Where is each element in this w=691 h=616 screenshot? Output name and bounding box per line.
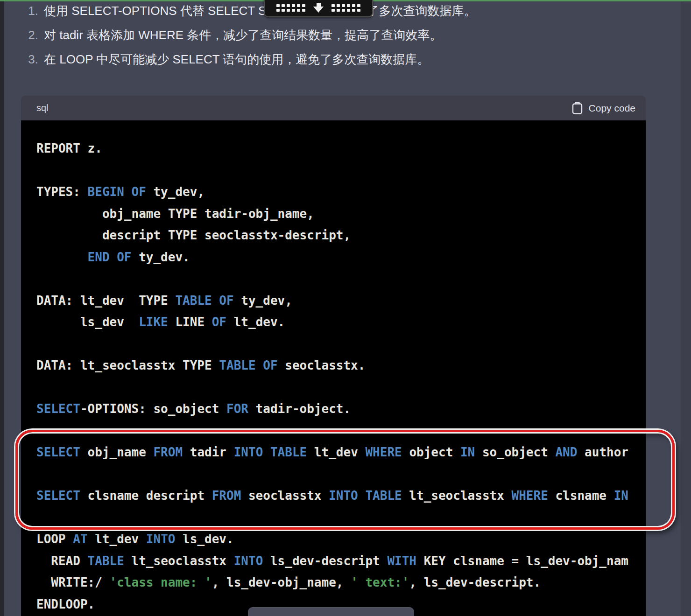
code-token: WITH <box>387 554 416 568</box>
code-token: AT <box>73 532 87 546</box>
code-token <box>36 250 88 264</box>
code-line: LOOP AT lt_dev INTO ls_dev. <box>36 528 646 550</box>
code-token: obj_name TYPE tadir-obj_name, <box>36 207 314 221</box>
code-token: , ls_dev-obj_name, <box>212 575 351 589</box>
code-token: INTO <box>234 554 263 568</box>
code-line: SELECT clsname descript FROM seoclasstx … <box>36 485 646 507</box>
code-token: READ <box>36 554 88 568</box>
code-line: WRITE:/ 'class name: ', ls_dev-obj_name,… <box>36 572 646 594</box>
code-token: WHERE <box>512 489 548 503</box>
copy-code-button[interactable]: Copy code <box>572 102 635 114</box>
code-line: obj_name TYPE tadir-obj_name, <box>36 203 646 225</box>
code-scroll-area[interactable]: REPORT z.TYPES: BEGIN OF ty_dev, obj_nam… <box>21 120 646 616</box>
list-item-text: 对 tadir 表格添加 WHERE 条件，减少了查询结果数量，提高了查询效率。 <box>44 27 442 43</box>
code-token: lt_seoclasstx <box>124 554 234 568</box>
code-token: lt_dev <box>88 532 146 546</box>
code-token: ls_dev-descript <box>263 554 387 568</box>
code-token: seoclasstx <box>241 489 329 503</box>
code-token: FOR <box>226 402 248 416</box>
code-token: so_object <box>475 445 555 459</box>
clipboard-icon <box>572 102 583 114</box>
code-token: 'class name: ' <box>110 575 212 589</box>
code-line <box>36 507 646 529</box>
code-token: lt_dev. <box>226 315 285 329</box>
code-token: tadir-object. <box>248 402 351 416</box>
code-token: seoclasstx. <box>278 358 366 372</box>
code-token: ty_dev, <box>234 294 292 308</box>
code-token: FROM <box>153 445 183 459</box>
code-token: object <box>402 445 460 459</box>
code-token: SELECT <box>36 445 80 459</box>
list-item-text: 在 LOOP 中尽可能减少 SELECT 语句的使用，避免了多次查询数据库。 <box>44 51 429 68</box>
code-token: WRITE:/ <box>36 575 110 589</box>
code-block: sql Copy code REPORT z.TYPES: BEGIN OF t… <box>21 96 646 616</box>
code-token: TYPES: <box>36 185 88 199</box>
code-token: AND <box>555 445 577 459</box>
left-edge-strip <box>0 0 4 616</box>
code-line: descript TYPE seoclasstx-descript, <box>36 224 646 246</box>
list-item: 3. 在 LOOP 中尽可能减少 SELECT 语句的使用，避免了多次查询数据库… <box>21 51 476 76</box>
code-token: -OPTIONS: so_object <box>80 402 226 416</box>
code-token: ls_dev. <box>175 532 233 546</box>
autoscroll-indicator-badge <box>264 0 373 17</box>
code-line: READ TABLE lt_seoclasstx INTO ls_dev-des… <box>36 550 646 572</box>
list-item-number: 3. <box>21 52 38 67</box>
code-token: clsname <box>548 489 614 503</box>
code-token: DATA: lt_dev TYPE <box>36 294 175 308</box>
code-token: obj_name <box>80 445 154 459</box>
code-line: REPORT z. <box>36 138 646 160</box>
code-line <box>36 333 646 355</box>
list-item: 2. 对 tadir 表格添加 WHERE 条件，减少了查询结果数量，提高了查询… <box>21 27 476 51</box>
list-item-text: 使用 SELECT-OPTIONS 代替 SELECT SINGLE 语句，避免… <box>44 3 476 19</box>
code-token: lt_dev <box>307 445 365 459</box>
code-token: END OF <box>88 250 132 264</box>
code-token: TABLE OF <box>219 358 277 372</box>
dot-grid-icon <box>276 4 305 12</box>
code-token: WHERE <box>365 445 402 459</box>
list-item: 1. 使用 SELECT-OPTIONS 代替 SELECT SINGLE 语句… <box>21 3 476 27</box>
code-token: INTO TABLE <box>329 489 402 503</box>
code-token: LIKE <box>139 315 168 329</box>
partial-bottom-button[interactable] <box>248 607 414 616</box>
numbered-list: 1. 使用 SELECT-OPTIONS 代替 SELECT SINGLE 语句… <box>21 3 476 76</box>
code-language-label: sql <box>36 103 49 113</box>
code-token: SELECT <box>36 489 80 503</box>
scroll-down-arrow-icon <box>313 3 324 13</box>
code-token: , ls_dev-descript. <box>409 575 541 589</box>
code-line: SELECT obj_name FROM tadir INTO TABLE lt… <box>36 441 646 463</box>
code-token: ty_dev. <box>132 250 190 264</box>
code-token: KEY clsname = ls_dev-obj_nam <box>416 554 628 568</box>
code-token: ' text:' <box>351 575 409 589</box>
code-token: descript TYPE seoclasstx-descript, <box>36 228 351 242</box>
code-token: TABLE <box>88 554 124 568</box>
code-token: LINE <box>168 315 212 329</box>
code-line: DATA: lt_seoclasstx TYPE TABLE OF seocla… <box>36 355 646 377</box>
code-token: DATA: lt_seoclasstx TYPE <box>36 358 219 372</box>
code-line: SELECT-OPTIONS: so_object FOR tadir-obje… <box>36 398 646 420</box>
code-token: INTO TABLE <box>234 445 307 459</box>
code-token: FROM <box>212 489 241 503</box>
code-line <box>36 463 646 485</box>
code-token: INTO <box>146 532 176 546</box>
list-item-number: 1. <box>21 4 38 18</box>
code-token: TABLE OF <box>175 294 233 308</box>
code-token: ENDLOOP. <box>36 597 95 611</box>
code-token: OF <box>212 315 226 329</box>
code-token: author <box>577 445 628 459</box>
code-token: REPORT z. <box>36 141 102 155</box>
code-line: ls_dev LIKE LINE OF lt_dev. <box>36 311 646 333</box>
code-line: TYPES: BEGIN OF ty_dev, <box>36 181 646 203</box>
list-item-number: 2. <box>21 28 38 42</box>
code-token: lt_seoclasstx <box>402 489 512 503</box>
code-token: IN <box>460 445 475 459</box>
code-token: ls_dev <box>36 315 139 329</box>
code-token: IN <box>614 489 628 503</box>
code-line <box>36 377 646 399</box>
code-token: LOOP <box>36 532 73 546</box>
code-line <box>36 268 646 290</box>
right-edge-strip <box>681 0 691 616</box>
code-token: BEGIN OF <box>88 185 146 199</box>
code-block-header: sql Copy code <box>21 96 646 120</box>
dot-grid-icon <box>331 4 360 12</box>
code-line <box>36 420 646 442</box>
